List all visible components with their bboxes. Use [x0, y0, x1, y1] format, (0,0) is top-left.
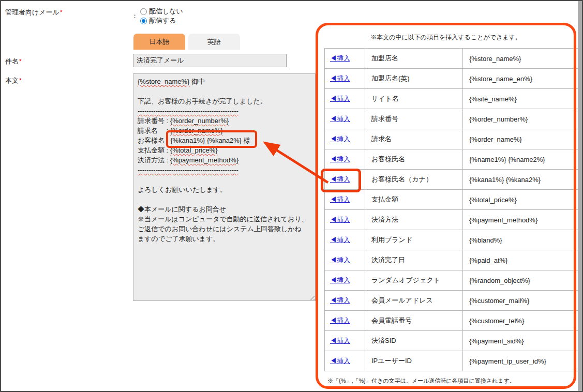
insert-cell: ◀挿入	[325, 69, 365, 89]
delivery-radio-group: ： 配信しない配信する	[131, 7, 186, 25]
separator-colon: ：	[131, 11, 138, 21]
body-text: 請求名 :	[138, 127, 170, 134]
variable-cell: {%store_name%}	[463, 49, 583, 69]
insert-cell: ◀挿入	[325, 210, 365, 230]
body-textarea[interactable]: {%store_name%} 御中 下記、お客様のお手続きが完了しました。---…	[133, 73, 316, 301]
body-text: ますのでご了承願います。	[138, 235, 219, 243]
body-line: {%store_name%} 御中	[138, 77, 311, 86]
insert-link[interactable]: ◀挿入	[330, 54, 350, 62]
required-asterisk: *	[19, 58, 22, 65]
vertical-scrollbar[interactable]	[578, 1, 582, 391]
insert-cell: ◀挿入	[325, 129, 365, 149]
insert-link[interactable]: ◀挿入	[330, 256, 350, 264]
table-row: ◀挿入IPユーザーID{%payment_ip_user_id%}	[325, 351, 583, 371]
subject-input[interactable]	[133, 54, 287, 67]
language-tabs: 日本語英語	[133, 34, 240, 50]
insert-cell: ◀挿入	[325, 89, 365, 109]
item-name-cell: IPユーザーID	[365, 351, 463, 371]
item-name-cell: ランダムオブジェクト	[365, 270, 463, 291]
table-row: ◀挿入加盟店名{%store_name%}	[325, 49, 583, 69]
variable-cell: {%payment_ip_user_id%}	[463, 351, 583, 371]
radio-unselected-icon[interactable]	[140, 8, 147, 15]
item-name-cell: お客様氏名	[365, 149, 463, 170]
item-name-cell: 請求名	[365, 129, 463, 149]
body-text: ◆本メールに関するお問合せ	[138, 205, 226, 213]
variable-table: ◀挿入加盟店名{%store_name%}◀挿入加盟店名(英){%store_n…	[324, 48, 583, 371]
insert-link[interactable]: ◀挿入	[330, 357, 350, 365]
body-line: ますのでご了承願います。	[138, 234, 311, 244]
insert-link[interactable]: ◀挿入	[330, 95, 350, 102]
insert-link[interactable]: ◀挿入	[330, 195, 350, 203]
required-asterisk: *	[60, 9, 63, 16]
item-name-cell: 加盟店名(英)	[365, 69, 463, 89]
insert-link[interactable]: ◀挿入	[330, 337, 350, 344]
table-row: ◀挿入支払金額{%total_price%}	[325, 190, 583, 210]
insert-cell: ◀挿入	[325, 291, 365, 311]
subject-label: 件名*	[5, 57, 22, 66]
body-text: {%kana1%} {%kana2%} 様	[170, 137, 250, 144]
resize-grip-icon[interactable]	[309, 294, 315, 300]
template-variable: ----------------------------------------…	[138, 166, 238, 174]
table-row: ◀挿入会員電話番号{%customer_tel%}	[325, 311, 583, 331]
body-line: ※当メールはコンピュータで自動的に送信されており、	[138, 214, 311, 224]
body-line: ----------------------------------------…	[138, 106, 311, 116]
insert-link[interactable]: ◀挿入	[330, 296, 350, 304]
variable-cell: {%payment_sid%}	[463, 331, 583, 351]
body-line	[138, 86, 311, 96]
radio-option-配信する[interactable]: 配信する	[140, 16, 183, 25]
insert-link[interactable]: ◀挿入	[330, 74, 350, 82]
insert-cell: ◀挿入	[325, 351, 365, 371]
variable-cell: {%payment_method%}	[463, 210, 583, 230]
template-variable: ----------------------------------------…	[138, 107, 238, 115]
insert-link[interactable]: ◀挿入	[330, 236, 350, 244]
variable-cell: {%kana1%} {%kana2%}	[463, 170, 583, 190]
insert-cell: ◀挿入	[325, 230, 365, 250]
insert-cell: ◀挿入	[325, 190, 365, 210]
tab-英語[interactable]: 英語	[188, 34, 240, 50]
table-row: ◀挿入会員メールアドレス{%customer_mail%}	[325, 291, 583, 311]
tab-日本語[interactable]: 日本語	[133, 34, 185, 50]
body-text: 御中	[189, 78, 205, 85]
body-line	[138, 194, 311, 204]
table-row: ◀挿入ランダムオブジェクト{%random_object%}	[325, 270, 583, 291]
table-row: ◀挿入請求名{%order_name%}	[325, 129, 583, 149]
insert-cell: ◀挿入	[325, 170, 365, 190]
item-name-cell: 会員電話番号	[365, 311, 463, 331]
radio-selected-icon[interactable]	[140, 18, 147, 24]
body-line	[138, 175, 311, 185]
insert-cell: ◀挿入	[325, 331, 365, 351]
item-name-cell: 会員メールアドレス	[365, 291, 463, 311]
table-row: ◀挿入利用ブランド{%bland%}	[325, 230, 583, 250]
template-variable: {%order_number%}	[170, 117, 229, 125]
body-label-text: 本文	[5, 77, 19, 84]
table-row: ◀挿入決済方法{%payment_method%}	[325, 210, 583, 230]
insert-link[interactable]: ◀挿入	[330, 135, 350, 143]
variable-cell: {%site_name%}	[463, 89, 583, 109]
body-text: ご返信でのお問い合わせにはシステム上回答致しかね	[138, 225, 302, 233]
radio-options: 配信しない配信する	[140, 7, 186, 25]
table-row: ◀挿入お客様氏名（カナ）{%kana1%} {%kana2%}	[325, 170, 583, 190]
item-name-cell: お客様氏名（カナ）	[365, 170, 463, 190]
variable-cell: {%store_name_en%}	[463, 69, 583, 89]
insert-link[interactable]: ◀挿入	[330, 155, 350, 163]
variable-cell: {%total_price%}	[463, 190, 583, 210]
insert-link[interactable]: ◀挿入	[330, 115, 350, 123]
template-variable: {%total_price%}	[170, 146, 218, 154]
body-line: ----------------------------------------…	[138, 165, 311, 175]
variable-cell: {%bland%}	[463, 230, 583, 250]
panel-footer-note: ※「{%」,「%}」付きの文字は、メール送信時に各項目に置換されます。	[327, 377, 515, 385]
body-label: 本文*	[5, 76, 22, 85]
variable-cell: {%order_number%}	[463, 109, 583, 129]
panel-header-note: ※本文の中に以下の項目を挿入することができます。	[317, 33, 575, 42]
insert-link[interactable]: ◀挿入	[330, 276, 350, 284]
radio-option-配信しない[interactable]: 配信しない	[140, 7, 183, 16]
insert-link[interactable]: ◀挿入	[330, 316, 350, 324]
item-name-cell: 決済SID	[365, 331, 463, 351]
required-asterisk: *	[19, 77, 22, 84]
table-row: ◀挿入サイト名{%site_name%}	[325, 89, 583, 109]
insert-cell: ◀挿入	[325, 149, 365, 170]
insert-link[interactable]: ◀挿入	[330, 216, 350, 223]
item-name-cell: 請求番号	[365, 109, 463, 129]
body-line: 決済方法 : {%payment_method%}	[138, 155, 311, 165]
insert-link[interactable]: ◀挿入	[330, 175, 350, 183]
